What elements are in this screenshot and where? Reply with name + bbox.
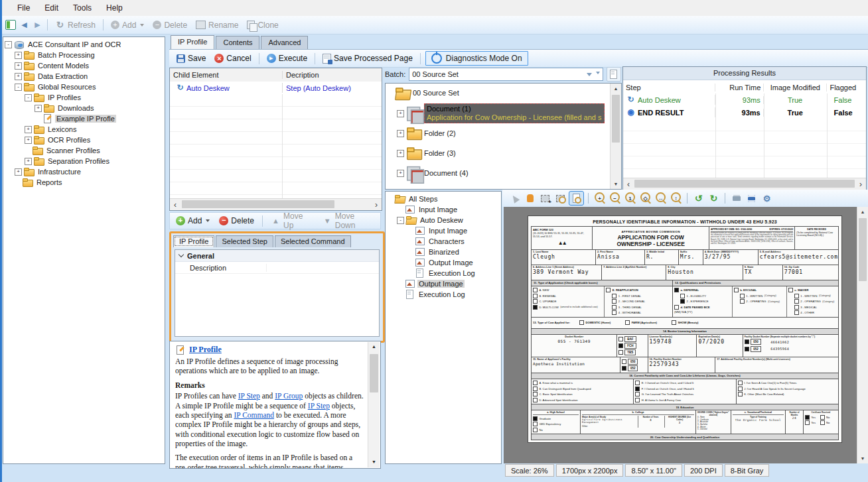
- help-title-link[interactable]: IP Profile: [189, 345, 222, 355]
- viewer-tool-button[interactable]: ↕: [669, 192, 683, 205]
- scroll-left-icon[interactable]: [623, 178, 634, 190]
- vertical-scrollbar[interactable]: [368, 342, 380, 467]
- cancel-button[interactable]: Cancel: [212, 52, 253, 64]
- menu-item[interactable]: File: [10, 1, 37, 15]
- vertical-scrollbar[interactable]: [857, 207, 868, 463]
- vertical-scrollbar[interactable]: [610, 84, 621, 189]
- step-tree-item[interactable]: All Steps: [386, 194, 501, 204]
- tree-item[interactable]: + Separation Profiles: [3, 156, 165, 166]
- scrollbar-thumb[interactable]: [612, 95, 620, 143]
- diagnostics-mode-button[interactable]: Diagnostics Mode On: [425, 51, 528, 66]
- viewer-tool-button[interactable]: +: [593, 192, 607, 205]
- step-tree-item[interactable]: Binarized: [386, 247, 501, 257]
- expander-icon[interactable]: [407, 249, 413, 255]
- batch-tree-item[interactable]: + Document (4): [386, 163, 621, 183]
- filter-icon[interactable]: [587, 73, 592, 76]
- scroll-right-icon[interactable]: [855, 178, 866, 190]
- scroll-down-icon[interactable]: [368, 457, 380, 467]
- expander-icon[interactable]: +: [25, 137, 32, 144]
- viewer-tool-button[interactable]: [588, 193, 589, 204]
- viewer-tool-button[interactable]: [538, 192, 552, 205]
- property-row[interactable]: Description: [175, 262, 379, 274]
- scroll-up-icon[interactable]: [611, 84, 621, 93]
- batch-tree-item[interactable]: + Folder (3): [386, 143, 621, 163]
- scroll-right-icon[interactable]: [371, 199, 382, 210]
- scrollbar-thumb[interactable]: [182, 200, 334, 208]
- scroll-down-icon[interactable]: [611, 179, 621, 189]
- back-button[interactable]: [19, 20, 29, 30]
- expander-icon[interactable]: [397, 281, 403, 287]
- step-tree-item[interactable]: Execution Log: [386, 268, 501, 278]
- column-header[interactable]: Run Time: [715, 84, 764, 91]
- property-tab[interactable]: IP Profile: [173, 235, 214, 247]
- rename-button[interactable]: Rename: [193, 19, 241, 31]
- delete-step-button[interactable]: Delete: [216, 215, 257, 227]
- expander-icon[interactable]: +: [25, 126, 32, 133]
- viewer-tool-button[interactable]: ⚙: [760, 192, 774, 205]
- refresh-button[interactable]: Refresh: [52, 19, 98, 31]
- step-tree-item[interactable]: Output Image: [386, 278, 501, 289]
- viewer-tool-button[interactable]: [725, 193, 725, 204]
- expander-icon[interactable]: +: [15, 168, 22, 176]
- tree-item[interactable]: + OCR Profiles: [3, 135, 165, 145]
- expander-icon[interactable]: +: [25, 158, 32, 165]
- expander-icon[interactable]: -: [5, 41, 12, 48]
- scroll-left-icon[interactable]: [170, 199, 181, 210]
- tab[interactable]: IP Profile: [171, 35, 214, 49]
- step-tree-item[interactable]: Input Image: [386, 225, 501, 236]
- expander-icon[interactable]: -: [25, 94, 32, 101]
- expander-icon[interactable]: [25, 148, 31, 154]
- column-header[interactable]: Child Element: [170, 71, 283, 79]
- expander-icon[interactable]: +: [15, 52, 22, 59]
- viewer-tool-button[interactable]: [523, 192, 537, 205]
- batch-tree-item[interactable]: + Folder (2): [386, 123, 621, 143]
- tree-item[interactable]: + Lexicons: [3, 124, 165, 135]
- step-tree-item[interactable]: Output Image: [386, 257, 501, 268]
- expander-icon[interactable]: +: [397, 110, 404, 117]
- scrollbar-thumb[interactable]: [859, 218, 867, 281]
- expander-icon[interactable]: [15, 180, 21, 186]
- move-down-button[interactable]: Move Down: [320, 210, 377, 231]
- batch-dropdown[interactable]: 00 Source Set: [409, 68, 603, 81]
- scroll-up-icon[interactable]: [857, 207, 868, 217]
- scroll-up-icon[interactable]: [368, 342, 380, 352]
- step-tree-item[interactable]: Input Image: [386, 204, 501, 215]
- step-tree-item[interactable]: - Auto Deskew: [386, 215, 501, 225]
- tree-item[interactable]: - IP Profiles: [3, 92, 165, 103]
- viewer-canvas[interactable]: PERSONALLY IDENTIFIABLE INFORMATION - WI…: [504, 207, 868, 463]
- expander-icon[interactable]: [387, 91, 393, 97]
- tree-item[interactable]: + Data Extraction: [3, 71, 165, 82]
- expander-icon[interactable]: [387, 196, 393, 202]
- property-tab[interactable]: Selected Command: [275, 235, 351, 247]
- tab[interactable]: Contents: [216, 36, 259, 49]
- viewer-tool-button[interactable]: [745, 192, 759, 205]
- expander-icon[interactable]: [407, 228, 413, 234]
- viewer-tool-button[interactable]: −: [608, 192, 622, 205]
- forward-button[interactable]: [33, 20, 42, 30]
- column-header[interactable]: Image Modified: [764, 84, 827, 91]
- viewer-tool-button[interactable]: ↺: [691, 192, 705, 205]
- move-up-button[interactable]: Move Up: [268, 210, 316, 231]
- clone-button[interactable]: Clone: [244, 19, 281, 31]
- horizontal-scrollbar[interactable]: [623, 178, 866, 190]
- expander-icon[interactable]: +: [397, 150, 404, 157]
- expander-icon[interactable]: [407, 260, 413, 266]
- expander-icon[interactable]: +: [397, 130, 404, 137]
- property-group-header[interactable]: General: [175, 250, 379, 262]
- tree-item[interactable]: - Global Resources: [3, 82, 165, 92]
- viewer-tool-button[interactable]: ◇: [638, 192, 652, 205]
- column-header[interactable]: Decription: [283, 71, 382, 79]
- viewer-tool-button[interactable]: 1: [623, 192, 637, 205]
- result-row[interactable]: END RESULT 93ms True False: [623, 106, 866, 119]
- tree-item[interactable]: Scanner Profiles: [3, 145, 165, 156]
- expander-icon[interactable]: [35, 116, 40, 122]
- viewer-tool-button[interactable]: ↻: [707, 192, 721, 205]
- expander-icon[interactable]: +: [15, 62, 22, 70]
- result-row[interactable]: Auto Deskew 93ms True False: [623, 93, 866, 106]
- expander-icon[interactable]: [407, 239, 413, 245]
- scrollbar-thumb[interactable]: [370, 354, 378, 392]
- expander-icon[interactable]: -: [15, 84, 22, 91]
- table-row[interactable]: Auto Deskew Step (Auto Deskew): [170, 82, 382, 94]
- execute-button[interactable]: Execute: [264, 52, 310, 64]
- view-page-button[interactable]: [607, 67, 621, 82]
